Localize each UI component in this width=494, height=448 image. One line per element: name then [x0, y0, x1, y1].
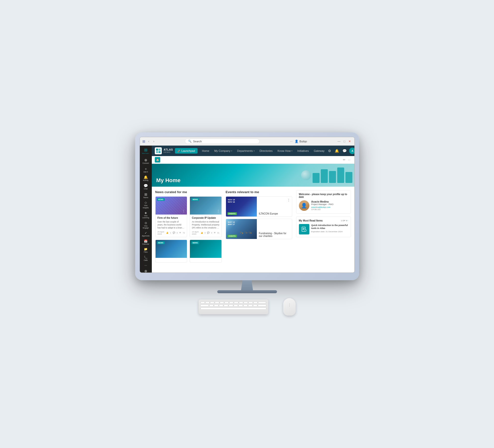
hero-3d-shapes — [233, 164, 354, 187]
maximize-btn[interactable]: □ — [342, 139, 346, 144]
event-card-1[interactable]: NOV 15 NOV 16 EVENTS ILTACON Europe — [226, 196, 292, 217]
news-comments-1: 0 — [177, 232, 178, 234]
nav-link-departments[interactable]: Departments ▾ — [235, 146, 257, 156]
must-read-item[interactable]: ✓ Quick introduction to the powerful too… — [299, 224, 348, 234]
pager-text: 1 OF 4 — [341, 220, 347, 222]
avatar-image: 👤 — [299, 200, 309, 211]
news-card-body-3 — [156, 258, 187, 262]
news-likes-2: 0 — [205, 232, 206, 234]
events-section-title: Events relevant to me — [226, 190, 292, 194]
sidebar-item-files[interactable]: 📁 Files — [141, 247, 151, 254]
notifications-icon[interactable]: 🔔 — [334, 148, 340, 154]
event-tag-1: EVENTS — [227, 212, 237, 215]
news-card-2[interactable]: NEWS ⋮ Corporate IP Update An Introducti… — [190, 196, 222, 237]
news-more-icon-1[interactable]: ⋮ — [182, 209, 185, 213]
news-tag-1: NEWS — [157, 198, 165, 201]
sidebar-item-more[interactable]: ··· — [141, 263, 151, 268]
cube-2 — [321, 169, 328, 183]
viva-learning-icon: ◈ — [145, 211, 147, 214]
launchpad-button[interactable]: 🚀 Launchpad — [175, 148, 197, 154]
event-more-btn-1[interactable]: ⋮ — [287, 198, 290, 202]
nav-link-gateway[interactable]: Gateway — [311, 146, 327, 156]
sidebar-item-add[interactable]: ＋ Add it — [141, 166, 151, 174]
sidebar-item-viva-learning[interactable]: ◈ Viva Learning — [141, 210, 151, 220]
sidebar-item-viva-engage[interactable]: ⊙ Viva Engage — [141, 221, 151, 230]
chevron-down-icon: ▾ — [254, 150, 255, 152]
sidebar-item-calendar[interactable]: 📅 Calendar — [141, 239, 151, 246]
event-card-2[interactable]: MAY 14 MAY 17 🪂 🪂 🪂 — [226, 219, 292, 239]
calls-icon: 📞 — [144, 256, 148, 259]
settings-icon[interactable]: ⚙ — [327, 148, 332, 154]
news-card-4[interactable]: NEWS — [190, 240, 222, 263]
cube-4 — [337, 168, 344, 183]
close-btn[interactable]: ✕ — [347, 139, 352, 144]
nav-link-my-company[interactable]: My Company ▾ — [212, 146, 235, 156]
minimize-btn[interactable]: — — [336, 139, 341, 144]
news-views-2: 31 — [217, 232, 220, 234]
sidebar-item-viva-connections[interactable]: ⊞ Viva Conn.. — [141, 147, 151, 155]
site-actions-right: ✏ ··· — [342, 157, 351, 162]
atlas-logo-text: ATLAS DEMO — [164, 148, 173, 153]
main-content: ATLAS DEMO 🚀 Launchpad Home — [152, 146, 354, 273]
browser-back-btn[interactable]: ‹ — [147, 139, 150, 144]
sidebar-label-viva-learning: Viva Learning — [141, 215, 150, 219]
view-icon: 👁 — [179, 232, 181, 234]
news-more-icon-2[interactable]: ⋮ — [217, 209, 220, 213]
cube-5 — [345, 172, 352, 183]
atlas-logo: ATLAS DEMO — [155, 147, 173, 154]
sidebar-label-viva-engage: Viva Engage — [141, 225, 150, 229]
page-content: 🏠 ✏ ··· — [152, 156, 354, 273]
sidebar-item-apps[interactable]: ⊕ Apps — [141, 268, 151, 273]
sidebar-item-connect[interactable]: ⊕ Connect — [141, 157, 151, 165]
files-icon: 📁 — [144, 248, 148, 251]
nav-link-directories[interactable]: Directories — [257, 146, 275, 156]
sphere-shape — [301, 170, 311, 180]
sidebar-item-approvals[interactable]: ✓ Approvals — [141, 230, 151, 238]
must-read-header: My Must Read Items 1 OF 4 › — [299, 219, 348, 222]
sidebar-item-activity[interactable]: 🔔 Activity — [141, 174, 151, 182]
must-read-title: My Must Read Items — [299, 219, 323, 222]
must-read-book-icon: ✓ — [299, 224, 309, 234]
key — [209, 304, 214, 307]
browser-forward-btn[interactable]: › — [152, 139, 155, 144]
news-tag-3: NEWS — [157, 241, 165, 244]
event-img-2: MAY 14 MAY 17 🪂 🪂 🪂 — [226, 219, 257, 239]
svg-rect-1 — [159, 149, 161, 151]
browser-search-bar[interactable]: 🔍 Search — [185, 139, 260, 144]
sidebar-label-calls: Calls — [144, 259, 148, 261]
browser-username: Builqo — [299, 140, 307, 143]
event-title-1: ILTACON Europe — [259, 212, 278, 215]
welcome-card: Welcome - please keep your profile up to… — [296, 190, 351, 214]
key — [219, 304, 223, 307]
nav-link-initiatives[interactable]: Initiatives — [295, 146, 311, 156]
news-grid: NEWS ⋮ Firm of the future Over the last … — [155, 196, 222, 263]
home-icon: 🏠 — [156, 159, 159, 161]
keyboard-row-3 — [201, 307, 266, 310]
keyboard — [199, 299, 268, 314]
sidebar-item-calls[interactable]: 📞 Calls — [141, 255, 151, 262]
sidebar-item-teams[interactable]: ⊞ Teams — [141, 192, 151, 200]
conversation-icon[interactable]: 💬 — [341, 148, 348, 154]
sidebar-item-viva-insights[interactable]: ◇ Viva Insights — [141, 200, 151, 210]
chevron-right-icon[interactable]: › — [347, 220, 348, 222]
edit-btn[interactable]: ✏ — [342, 157, 346, 162]
user-avatar[interactable]: A — [349, 148, 354, 154]
nav-link-know-how[interactable]: Know How ▾ — [275, 146, 295, 156]
profile-avatar: 👤 — [299, 200, 309, 211]
svg-rect-3 — [159, 151, 161, 153]
sidebar-label-files: Files — [144, 251, 148, 253]
news-card-1[interactable]: NEWS ⋮ Firm of the future Over the last … — [155, 196, 187, 237]
key — [214, 304, 219, 307]
news-card-3[interactable]: NEWS — [155, 240, 187, 263]
welcome-section: Welcome - please keep your profile up to… — [296, 190, 351, 263]
key — [243, 304, 248, 307]
sidebar-label-approvals: Approvals — [142, 235, 150, 237]
welcome-title: Welcome - please keep your profile up to… — [299, 193, 348, 198]
news-card-excerpt-2: An Introduction to Intellectual Property… — [192, 221, 220, 229]
browser-more-btn[interactable]: ··· — [290, 139, 293, 143]
connect-icon: ⊕ — [144, 158, 147, 162]
nav-link-home[interactable]: Home — [200, 146, 212, 156]
sidebar-item-chat[interactable]: 💬 Chat — [141, 183, 151, 191]
more-options-btn[interactable]: ··· — [347, 157, 351, 162]
news-date-2: 14 April 2023 — [192, 231, 199, 235]
